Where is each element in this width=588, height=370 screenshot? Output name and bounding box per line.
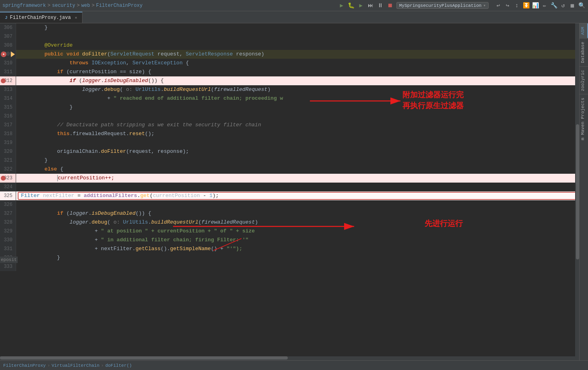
vertical-scrollbar-thumb[interactable] — [576, 124, 579, 259]
code-line-330: 330 + " in additional filter chain; firi… — [0, 236, 579, 245]
run-icon[interactable]: ▶ — [338, 2, 346, 10]
breadcrumb-filterchainproxy[interactable]: FilterChainProxy — [96, 3, 142, 8]
code-line-322: 322 else { — [0, 165, 579, 174]
line-number-330: 330 — [0, 236, 16, 245]
line-content-316 — [16, 112, 23, 121]
tab-icon: J — [5, 15, 8, 20]
line-content-329: + " at position " + currentPosition + " … — [16, 227, 255, 236]
line-content-322: else { — [16, 165, 63, 174]
vertical-scrollbar-track[interactable] — [575, 23, 579, 360]
run-configuration[interactable]: MySpringsecurityPlusApplication ▾ — [396, 2, 489, 9]
status-breadcrumb: FilterChainProxy › VirtualFilterChain › … — [3, 363, 132, 368]
breadcrumb: springframework > security > web > Filte… — [2, 3, 142, 8]
breadcrumb-security[interactable]: security — [52, 3, 75, 8]
step-into-icon[interactable]: ↩ — [494, 2, 502, 10]
tab-label: FilterChainProxy.java — [10, 15, 71, 21]
line-number-315: 315 — [0, 103, 16, 112]
run-to-cursor-icon[interactable]: ↕ — [513, 2, 521, 10]
settings-icon[interactable]: 🔧 — [550, 2, 558, 10]
line-number-331: 331 — [0, 245, 16, 253]
line-content-330: + " in additional filter chain; firing F… — [16, 236, 249, 245]
debug-icon[interactable]: 🐛 — [347, 2, 355, 10]
search-toolbar-icon[interactable]: 🔍 — [578, 2, 586, 10]
line-content-306: } — [16, 23, 47, 32]
line-content-323: currentPosition++; — [16, 174, 114, 183]
code-line-327: 327 if (logger.isDebugEnabled()) { — [0, 209, 579, 218]
breakpoint-323 — [1, 176, 6, 181]
breadcrumb-springframework[interactable]: springframework — [2, 3, 46, 8]
line-number-326: 326 — [0, 200, 16, 209]
side-panel-maven[interactable]: m Maven Projects — [580, 94, 588, 144]
line-content-308: @Override — [16, 41, 73, 50]
boxed-line-325: Filter nextFilter = additionalFilters.ge… — [18, 192, 578, 200]
code-line-317: 317 // Deactivate path stripping as we e… — [0, 121, 579, 130]
code-line-309: 309 ● public void doFilter(ServletReques… — [0, 50, 579, 59]
line-content-319 — [16, 138, 23, 147]
side-panel-database[interactable]: Database — [580, 38, 588, 66]
tab-bar: J FilterChainProxy.java ✕ — [0, 11, 588, 23]
side-panel-asm[interactable]: ASM — [580, 23, 588, 38]
line-number-309: 309 ● — [0, 50, 16, 59]
watch-icon[interactable]: 📊 — [531, 2, 539, 10]
line-number-312: 312 — [0, 76, 16, 85]
line-number-320: 320 — [0, 147, 16, 156]
line-content-313: logger.debug( o: UrlUtils.buildRequestUr… — [16, 85, 270, 94]
line-content-320: originalChain.doFilter(request, response… — [16, 147, 189, 156]
code-line-323: 323 currentPosition++; — [0, 174, 579, 183]
code-editor[interactable]: 306 } 307 308 @Override 309 ● public voi… — [0, 23, 579, 360]
resume-icon[interactable]: ▶ — [357, 2, 365, 10]
status-class: FilterChainProxy — [3, 363, 46, 368]
code-line-313: 313 logger.debug( o: UrlUtils.buildReque… — [0, 85, 579, 94]
line-content-326 — [16, 200, 23, 209]
line-number-321: 321 — [0, 156, 16, 165]
code-line-310: 310 throws IOException, ServletException… — [0, 59, 579, 68]
code-line-314: 314 + " reached end of additional filter… — [0, 94, 579, 103]
line-content-324 — [16, 183, 23, 191]
debug-arrow — [11, 51, 15, 57]
line-content-312: if (logger.isDebugEnabled()) { — [16, 76, 164, 85]
line-content-328: logger.debug( o: UrlUtils.buildRequestUr… — [16, 218, 258, 227]
stop-icon[interactable]: ⏹ — [386, 2, 394, 10]
tab-filterchainproxy[interactable]: J FilterChainProxy.java ✕ — [0, 12, 83, 23]
line-number-325: 325 — [0, 191, 16, 200]
code-line-331: 331 + nextFilter.getClass().getSimpleNam… — [0, 245, 579, 253]
status-inner-class: VirtualFilterChain — [52, 363, 99, 368]
horizontal-scrollbar-thumb[interactable] — [0, 356, 288, 360]
grid-icon[interactable]: ▦ — [568, 2, 576, 10]
line-number-328: 328 — [0, 218, 16, 227]
horizontal-scrollbar-track[interactable] — [0, 356, 575, 360]
line-content-309: public void doFilter(ServletRequest requ… — [16, 50, 264, 59]
line-content-307 — [16, 32, 23, 41]
edit-icon[interactable]: ✏ — [541, 2, 549, 10]
line-number-327: 327 — [0, 209, 16, 218]
line-content-321: } — [16, 156, 47, 165]
line-number-318: 318 — [0, 130, 16, 138]
step-out-icon[interactable]: ↪ — [503, 2, 512, 10]
code-line-324: 324 — [0, 183, 579, 191]
eposit-label: eposit — [0, 257, 18, 263]
tab-close-button[interactable]: ✕ — [75, 15, 77, 20]
evaluate-icon[interactable]: ⏬ — [522, 2, 530, 10]
line-content-317: // Deactivate path stripping as we exit … — [16, 121, 261, 130]
line-number-319: 319 — [0, 138, 16, 147]
rerun-icon[interactable]: ↺ — [559, 2, 567, 10]
line-number-307: 307 — [0, 32, 16, 41]
line-content-311: if (currentPosition == size) { — [16, 68, 151, 76]
line-number-311: 311 — [0, 68, 16, 76]
line-content-333 — [16, 262, 23, 271]
code-line-329: 329 + " at position " + currentPosition … — [0, 227, 579, 236]
code-line-308: 308 @Override — [0, 41, 579, 50]
code-line-311: 311 if (currentPosition == size) { — [0, 68, 579, 76]
pause-icon[interactable]: ⏸ — [376, 2, 384, 10]
step-over-icon[interactable]: ⏭ — [367, 2, 375, 10]
line-content-314: + " reached end of additional filter cha… — [16, 94, 283, 103]
line-number-308: 308 — [0, 41, 16, 50]
side-panel-zoolyric[interactable]: zoolyric — [580, 66, 588, 95]
toolbar: springframework > security > web > Filte… — [0, 0, 588, 11]
breadcrumb-web[interactable]: web — [81, 3, 90, 8]
code-line-321: 321 } — [0, 156, 579, 165]
code-line-318: 318 this.firewalledRequest.reset(); — [0, 130, 579, 138]
code-line-320: 320 originalChain.doFilter(request, resp… — [0, 147, 579, 156]
line-content-327: if (logger.isDebugEnabled()) { — [16, 209, 151, 218]
line-number-323: 323 — [0, 174, 16, 183]
